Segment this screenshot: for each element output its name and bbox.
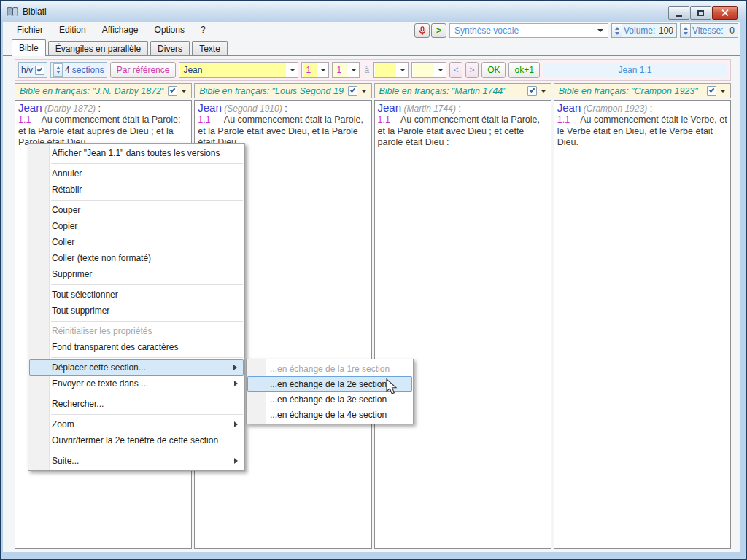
volume-spinner[interactable]: Volume: 100	[611, 23, 677, 38]
minimize-button[interactable]	[668, 6, 689, 20]
chevron-down-icon	[597, 29, 603, 32]
section-3-text-area[interactable]: Jean (Martin 1744) : 1.1Au commencement …	[374, 100, 551, 549]
tab-bible[interactable]: Bible	[12, 39, 46, 56]
section-2-title: Bible en français: "Louis Segond 1910"	[199, 86, 344, 96]
section-4-header[interactable]: Bible en français: "Crampon 1923"	[554, 83, 731, 98]
title-bar[interactable]: Biblati	[1, 1, 746, 22]
minimize-icon	[676, 15, 682, 17]
volume-label: Volume:	[624, 26, 655, 36]
verse-text: Au commencement était le Verbe, et le Ve…	[557, 114, 727, 147]
sections-spin-buttons[interactable]	[53, 63, 63, 77]
menu-options[interactable]: Options	[147, 22, 193, 38]
record-button[interactable]	[414, 23, 430, 38]
chevron-down-icon[interactable]	[181, 90, 187, 93]
verse-text: Au commencement était la Parole, et la P…	[378, 114, 540, 147]
menu-item-retablir[interactable]: Rétablir	[28, 182, 244, 198]
menu-item-tout-selectionner[interactable]: Tout sélectionner	[28, 287, 244, 303]
chevron-down-icon[interactable]	[361, 90, 367, 93]
submenu-arrow-icon	[233, 365, 237, 370]
bible-section-4: Bible en français: "Crampon 1923" Jean (…	[554, 83, 731, 549]
tab-divers[interactable]: Divers	[150, 41, 190, 55]
hv-label: h/v	[21, 65, 33, 75]
check-icon	[37, 66, 43, 72]
section-2-header[interactable]: Bible en français: "Louis Segond 1910"	[194, 83, 371, 98]
chapter-value: 1	[303, 63, 317, 77]
maximize-icon	[697, 10, 704, 16]
submenu-item-echange-4e-section[interactable]: ...en échange de la 4e section	[247, 407, 413, 422]
menu-item-supprimer[interactable]: Supprimer	[28, 266, 244, 282]
by-reference-button[interactable]: Par référence	[110, 62, 177, 78]
tab-evangiles-en-parallele[interactable]: Évangiles en parallèle	[48, 41, 148, 55]
menu-item-ouvrir-fermer-2e-fenetre[interactable]: Ouvrir/fermer la 2e fenêtre de cette sec…	[28, 432, 244, 448]
section-2-visible-checkbox[interactable]	[348, 86, 357, 96]
speed-value: 0	[729, 26, 735, 36]
book-name: Jean	[557, 101, 581, 114]
menu-item-couper[interactable]: Couper	[28, 202, 244, 218]
range-chapter-select[interactable]	[374, 62, 409, 78]
menu-item-coller[interactable]: Coller	[28, 234, 244, 250]
hv-checkbox[interactable]	[35, 66, 44, 75]
chevron-down-icon[interactable]	[348, 63, 359, 77]
speed-spin-buttons[interactable]	[681, 24, 691, 37]
section-1-visible-checkbox[interactable]	[168, 86, 177, 96]
check-icon	[170, 87, 176, 93]
menu-help[interactable]: ?	[193, 22, 214, 38]
microphone-icon	[419, 26, 426, 36]
menu-item-rechercher[interactable]: Rechercher...	[28, 396, 244, 412]
volume-spin-buttons[interactable]	[612, 24, 622, 37]
menu-item-afficher-toutes-versions[interactable]: Afficher "Jean 1.1" dans toutes les vers…	[28, 145, 244, 161]
menu-item-coller-non-formate[interactable]: Coller (texte non formaté)	[28, 250, 244, 266]
submenu-item-echange-1re-section: ...en échange de la 1re section	[247, 361, 413, 376]
menu-item-fond-transparent[interactable]: Fond transparent des caractères	[28, 339, 244, 355]
menu-item-zoom[interactable]: Zoom	[28, 416, 244, 432]
navigation-toolbar: h/v 4 sections Par référence Jean 1 1 à	[15, 59, 731, 81]
range-verse-select[interactable]	[411, 62, 446, 78]
ok-button[interactable]: OK	[481, 62, 506, 78]
section-3-title: Bible en français: "Martin 1744"	[379, 86, 524, 96]
menu-bar: Fichier Edition Affichage Options ? > Sy…	[3, 22, 740, 39]
chapter-select[interactable]: 1	[301, 62, 329, 78]
hv-toggle[interactable]: h/v	[18, 62, 47, 78]
menu-item-deplacer-section[interactable]: Déplacer cette section...	[29, 359, 244, 376]
book-select[interactable]: Jean	[179, 62, 298, 78]
menu-affichage[interactable]: Affichage	[94, 22, 147, 38]
chevron-down-icon[interactable]	[541, 90, 546, 93]
ok-plus-one-button[interactable]: ok+1	[508, 62, 539, 78]
spin-down-icon	[615, 32, 619, 35]
verse-select[interactable]: 1	[332, 62, 360, 78]
book-name: Jean	[198, 101, 222, 114]
previous-button[interactable]: <	[449, 62, 462, 78]
menu-item-suite[interactable]: Suite...	[28, 453, 244, 469]
speed-label: Vitesse:	[692, 26, 723, 36]
section-1-header[interactable]: Bible en français: "J.N. Darby 1872"	[15, 83, 192, 98]
chevron-down-icon[interactable]	[287, 63, 298, 77]
menu-edition[interactable]: Edition	[51, 22, 94, 38]
section-4-visible-checkbox[interactable]	[707, 86, 716, 96]
book-value: Jean	[180, 63, 286, 77]
chevron-down-icon[interactable]	[397, 63, 408, 77]
range-chapter-value	[375, 63, 396, 77]
section-4-text-area[interactable]: Jean (Crampon 1923) : 1.1Au commencement…	[554, 100, 731, 549]
menu-item-tout-supprimer[interactable]: Tout supprimer	[28, 303, 244, 319]
chevron-down-icon[interactable]	[317, 63, 328, 77]
section-3-header[interactable]: Bible en français: "Martin 1744"	[374, 83, 551, 98]
voice-selected-label: Synthèse vocale	[454, 26, 519, 36]
chevron-down-icon[interactable]	[720, 90, 726, 93]
menu-fichier[interactable]: Fichier	[9, 22, 51, 38]
voice-select[interactable]: Synthèse vocale	[449, 23, 608, 38]
menu-item-envoyer-texte[interactable]: Envoyer ce texte dans ...	[28, 376, 244, 392]
section-3-visible-checkbox[interactable]	[527, 86, 537, 96]
sections-stepper[interactable]: 4 sections	[50, 62, 107, 78]
close-button[interactable]	[712, 6, 738, 20]
speak-button[interactable]: >	[431, 23, 446, 38]
menu-item-annuler[interactable]: Annuler	[28, 166, 244, 182]
maximize-button[interactable]	[690, 6, 711, 20]
mouse-cursor	[386, 378, 399, 396]
submenu-arrow-icon	[234, 421, 238, 427]
menu-item-copier[interactable]: Copier	[28, 218, 244, 234]
speed-spinner[interactable]: Vitesse: 0	[680, 23, 738, 38]
chevron-down-icon[interactable]	[435, 63, 446, 77]
section-4-title: Bible en français: "Crampon 1923"	[559, 86, 703, 96]
next-button[interactable]: >	[465, 62, 479, 78]
tab-texte[interactable]: Texte	[192, 41, 228, 55]
